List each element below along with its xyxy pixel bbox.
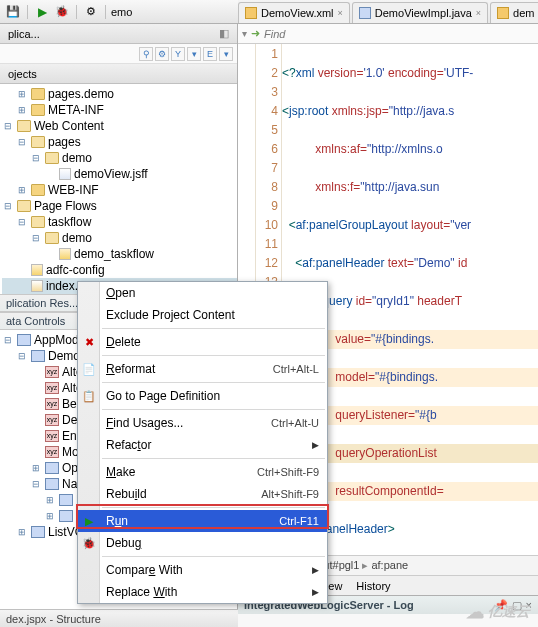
folder-open-icon bbox=[45, 232, 59, 244]
context-menu: Open Exclude Project Content ✖Delete 📄Re… bbox=[77, 281, 328, 604]
collapse-icon[interactable]: ⊟ bbox=[2, 334, 14, 346]
attr-icon: xyz bbox=[45, 366, 59, 378]
folder-open-icon bbox=[31, 136, 45, 148]
expand-icon[interactable]: ⊞ bbox=[44, 494, 56, 506]
project-tree[interactable]: ⊞pages.demo ⊞META-INF ⊟Web Content ⊟page… bbox=[0, 84, 237, 294]
tree-node[interactable]: demoView.jsff bbox=[74, 166, 148, 182]
expand-icon[interactable]: ⊞ bbox=[16, 88, 28, 100]
breadcrumb-item[interactable]: af:pane bbox=[371, 559, 408, 571]
filter-icon[interactable]: E bbox=[203, 47, 217, 61]
run-icon: ▶ bbox=[81, 513, 97, 529]
collapse-icon[interactable]: ⊟ bbox=[16, 350, 28, 362]
filter-icon[interactable]: ▾ bbox=[219, 47, 233, 61]
expand-icon[interactable]: ⊞ bbox=[16, 526, 28, 538]
folder-open-icon bbox=[17, 200, 31, 212]
folder-icon bbox=[45, 478, 59, 490]
tree-node[interactable]: META-INF bbox=[48, 102, 104, 118]
menu-run[interactable]: ▶RunCtrl-F11 bbox=[78, 510, 327, 532]
tree-node[interactable]: pages bbox=[48, 134, 81, 150]
menu-rebuild[interactable]: RebuildAlt+Shift-F9 bbox=[78, 483, 327, 505]
submenu-arrow-icon: ▶ bbox=[312, 440, 319, 450]
chevron-down-icon[interactable]: ▾ bbox=[242, 28, 247, 39]
close-icon[interactable]: × bbox=[338, 8, 343, 18]
collapse-icon[interactable]: ⊟ bbox=[16, 136, 28, 148]
view-icon bbox=[59, 494, 73, 506]
filter-icon[interactable]: ⚙ bbox=[155, 47, 169, 61]
attr-icon: xyz bbox=[45, 430, 59, 442]
menu-exclude[interactable]: Exclude Project Content bbox=[78, 304, 327, 326]
tree-node[interactable]: demo bbox=[62, 150, 92, 166]
jspx-file-icon bbox=[31, 280, 43, 292]
editor-tabs: DemoView.xml× DemoViewImpl.java× dem bbox=[238, 0, 538, 24]
menu-findusages[interactable]: Find Usages...Ctrl+Alt-U bbox=[78, 412, 327, 434]
collapse-icon[interactable]: ⊟ bbox=[30, 152, 42, 164]
tree-node[interactable]: Web Content bbox=[34, 118, 104, 134]
expand-icon[interactable]: ⊞ bbox=[44, 510, 56, 522]
tree-node[interactable]: demo_taskflow bbox=[74, 246, 154, 262]
datacontrol-icon bbox=[17, 334, 31, 346]
editor-tab[interactable]: DemoViewImpl.java× bbox=[352, 2, 488, 23]
debug-icon[interactable]: 🐞 bbox=[53, 3, 71, 21]
taskflow-file-icon bbox=[31, 264, 43, 276]
filter-icon[interactable]: ⚲ bbox=[139, 47, 153, 61]
structure-title: dex.jspx - Structure bbox=[0, 609, 238, 627]
menu-open[interactable]: Open bbox=[78, 282, 327, 304]
folder-open-icon bbox=[45, 152, 59, 164]
filter-icon[interactable]: ▾ bbox=[187, 47, 201, 61]
toolbar-btn[interactable]: ⚙ bbox=[82, 3, 100, 21]
tree-node[interactable]: Page Flows bbox=[34, 198, 97, 214]
tab-applications[interactable]: plica... bbox=[2, 28, 46, 40]
collapse-icon[interactable]: ⊟ bbox=[2, 120, 14, 132]
attr-icon: xyz bbox=[45, 382, 59, 394]
breadcrumb: emo bbox=[111, 6, 132, 18]
folder-icon bbox=[45, 462, 59, 474]
attr-icon: xyz bbox=[45, 414, 59, 426]
folder-open-icon bbox=[17, 120, 31, 132]
expand-icon[interactable]: ⊞ bbox=[16, 104, 28, 116]
cloud-icon: ☁ bbox=[466, 601, 484, 623]
menu-compare[interactable]: Compare With▶ bbox=[78, 559, 327, 581]
tree-node[interactable]: demo bbox=[62, 230, 92, 246]
pagedef-icon: 📋 bbox=[81, 388, 97, 404]
run-icon[interactable]: ▶ bbox=[33, 3, 51, 21]
submenu-arrow-icon: ▶ bbox=[312, 565, 319, 575]
next-icon[interactable]: ➜ bbox=[251, 27, 260, 40]
attr-icon: xyz bbox=[45, 398, 59, 410]
projects-tab: ojects bbox=[0, 64, 237, 84]
expand-icon[interactable]: ⊞ bbox=[16, 184, 28, 196]
folder-icon bbox=[59, 510, 73, 522]
menu-reformat[interactable]: 📄ReformatCtrl+Alt-L bbox=[78, 358, 327, 380]
xml-file-icon bbox=[245, 7, 257, 19]
tree-node[interactable]: adfc-config bbox=[46, 262, 105, 278]
menu-replace[interactable]: Replace With▶ bbox=[78, 581, 327, 603]
watermark: ☁亿速云 bbox=[466, 601, 530, 623]
collapse-icon[interactable]: ⊟ bbox=[30, 232, 42, 244]
tree-node[interactable]: WEB-INF bbox=[48, 182, 99, 198]
menu-refactor[interactable]: Refactor▶ bbox=[78, 434, 327, 456]
collapse-icon[interactable]: ⊟ bbox=[16, 216, 28, 228]
filter-icon[interactable]: Y bbox=[171, 47, 185, 61]
folder-icon bbox=[31, 88, 45, 100]
menu-make[interactable]: MakeCtrl+Shift-F9 bbox=[78, 461, 327, 483]
view-icon bbox=[31, 526, 45, 538]
debug-icon: 🐞 bbox=[81, 535, 97, 551]
menu-pagedef[interactable]: 📋Go to Page Definition bbox=[78, 385, 327, 407]
tree-node[interactable]: taskflow bbox=[48, 214, 91, 230]
close-icon[interactable]: × bbox=[476, 8, 481, 18]
toolbar-btn[interactable]: 💾 bbox=[4, 3, 22, 21]
menu-delete[interactable]: ✖Delete bbox=[78, 331, 327, 353]
delete-icon: ✖ bbox=[81, 334, 97, 350]
java-file-icon bbox=[359, 7, 371, 19]
editor-tab[interactable]: DemoView.xml× bbox=[238, 2, 350, 23]
collapse-icon[interactable]: ⊟ bbox=[30, 478, 42, 490]
find-input[interactable] bbox=[264, 28, 534, 40]
expand-icon[interactable]: ⊞ bbox=[30, 462, 42, 474]
subtab-history[interactable]: History bbox=[349, 577, 397, 595]
taskflow-file-icon bbox=[59, 248, 71, 260]
collapse-icon[interactable]: ⊟ bbox=[2, 200, 14, 212]
view-icon bbox=[31, 350, 45, 362]
folder-open-icon bbox=[31, 216, 45, 228]
editor-tab[interactable]: dem bbox=[490, 2, 538, 23]
tree-node[interactable]: pages.demo bbox=[48, 86, 114, 102]
menu-debug[interactable]: 🐞Debug bbox=[78, 532, 327, 554]
